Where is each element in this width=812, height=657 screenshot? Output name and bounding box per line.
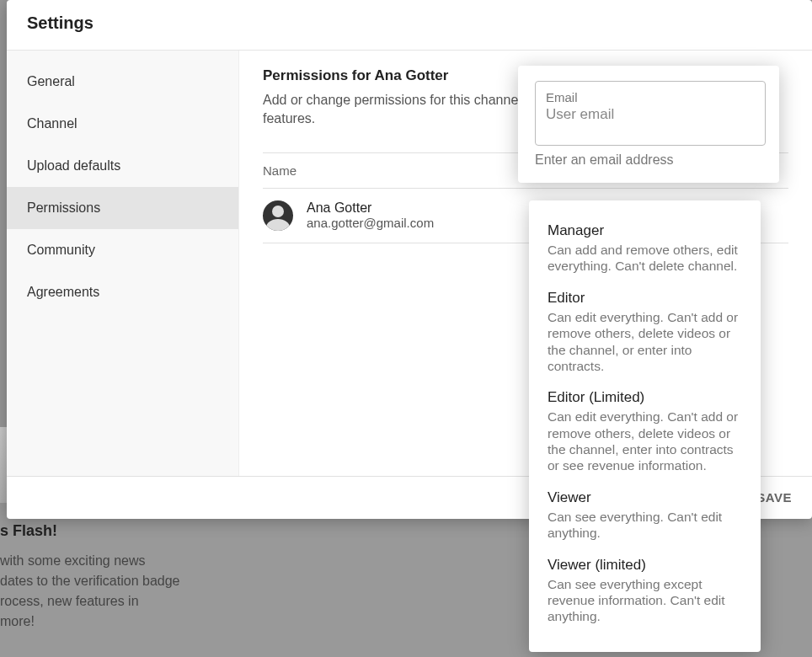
sidebar-item-permissions[interactable]: Permissions [7,187,238,229]
save-button[interactable]: SAVE [756,490,792,505]
role-name: Viewer [548,489,742,506]
sidebar-item-label: Channel [27,116,77,131]
sidebar-item-upload-defaults[interactable]: Upload defaults [7,145,238,187]
avatar [263,200,293,231]
role-name: Editor (Limited) [548,389,742,406]
role-desc: Can see everything except revenue inform… [548,576,742,625]
role-desc: Can edit everything. Can't add or remove… [548,309,742,375]
sidebar-item-label: Upload defaults [27,158,120,173]
email-hint: Enter an email address [535,152,766,168]
background-text: rocess, new features in [0,591,179,612]
role-option-viewer[interactable]: Viewer Can see everything. Can't edit an… [529,483,761,550]
user-name: Ana Gotter [307,200,434,216]
role-option-viewer-limited[interactable]: Viewer (limited) Can see everything exce… [529,550,761,633]
role-option-editor-limited[interactable]: Editor (Limited) Can edit everything. Ca… [529,382,761,483]
sidebar-item-label: Community [27,243,95,257]
sidebar-item-community[interactable]: Community [7,229,238,271]
role-option-manager[interactable]: Manager Can add and remove others, edit … [529,216,761,283]
background-text: dates to the verification badge [0,571,179,591]
role-desc: Can add and remove others, edit everythi… [548,242,742,275]
email-field[interactable]: Email User email [535,81,766,146]
sidebar-item-label: Agreements [27,285,99,299]
role-name: Editor [548,290,742,307]
role-option-editor[interactable]: Editor Can edit everything. Can't add or… [529,283,761,383]
user-info: Ana Gotter ana.gotter@gmail.com [307,200,434,230]
role-dropdown: Manager Can add and remove others, edit … [529,200,761,652]
sidebar-item-label: General [27,74,75,88]
sidebar-item-general[interactable]: General [7,61,238,103]
background-text: more! [0,612,179,632]
invite-popover: Email User email Enter an email address [518,66,779,183]
dialog-title: Settings [7,0,812,51]
sidebar-item-label: Permissions [27,200,100,215]
role-name: Manager [548,222,742,239]
user-email: ana.gotter@gmail.com [307,216,434,230]
sidebar-item-channel[interactable]: Channel [7,103,238,145]
role-desc: Can edit everything. Can't add or remove… [548,409,742,474]
settings-sidebar: General Channel Upload defaults Permissi… [7,51,239,476]
sidebar-item-agreements[interactable]: Agreements [7,271,238,313]
role-name: Viewer (limited) [548,557,742,574]
background-title: s Flash! [0,520,179,542]
role-desc: Can see everything. Can't edit anything. [548,509,742,542]
background-text: with some exciting news [0,551,179,571]
email-placeholder: User email [546,106,755,123]
email-label: Email [546,90,755,104]
